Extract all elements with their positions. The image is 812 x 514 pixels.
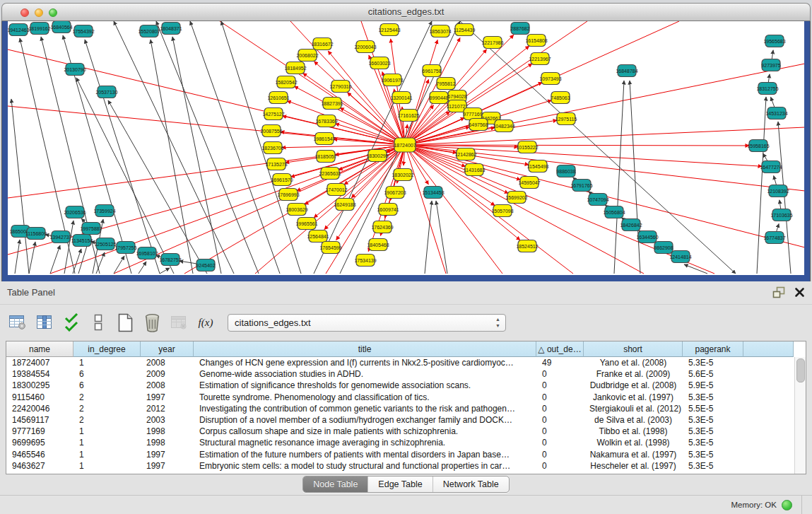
column-header-out_de[interactable]: △ out_de… xyxy=(536,341,584,357)
graph-node[interactable]: 22365631 xyxy=(319,168,341,180)
graph-node[interactable]: 18300295 xyxy=(366,150,388,162)
cell-name[interactable]: 14569117 xyxy=(6,415,73,425)
graph-node[interactable]: 18236706 xyxy=(261,142,283,154)
cell-in_degree[interactable]: 1 xyxy=(73,438,141,448)
float-panel-icon[interactable] xyxy=(772,286,786,298)
graph-node[interactable]: 18405468 xyxy=(367,239,389,251)
cell-name[interactable]: 19384554 xyxy=(6,369,73,379)
graph-node[interactable]: 11545498 xyxy=(527,160,549,173)
cell-title[interactable]: Tourette syndrome. Phenomenology and cla… xyxy=(194,392,536,402)
graph-node[interactable]: 12564841 xyxy=(307,230,329,243)
cell-name[interactable]: 18724007 xyxy=(6,358,73,368)
table-row[interactable]: 2242004622012Investigating the contribut… xyxy=(6,403,806,414)
graph-node[interactable]: 12125443 xyxy=(378,24,400,36)
cell-in_degree[interactable]: 2 xyxy=(73,404,141,414)
table-row[interactable]: 946554611997Estimation of the future num… xyxy=(6,449,806,460)
graph-hub-node[interactable]: 18724007 xyxy=(394,138,416,152)
network-canvas[interactable]: 1831667220068022181849521582054212610651… xyxy=(8,21,804,275)
graph-node[interactable]: 11156809 xyxy=(25,228,47,240)
graph-node[interactable]: 20537130 xyxy=(95,86,117,98)
cell-title[interactable]: Changes of HCN gene expression and I(f) … xyxy=(194,358,536,368)
graph-node[interactable]: 15958165 xyxy=(747,140,769,152)
cell-in_degree[interactable]: 1 xyxy=(73,461,141,471)
cell-pagerank[interactable]: 5.3E-5 xyxy=(683,358,743,368)
graph-node[interactable]: 17696993 xyxy=(277,189,299,201)
graph-node[interactable]: 9245402 xyxy=(196,259,215,271)
cell-year[interactable]: 2003 xyxy=(141,415,194,425)
graph-node[interactable]: 17161625 xyxy=(397,110,419,122)
table-row[interactable]: 1938455462009Genome-wide association stu… xyxy=(6,368,806,380)
graph-node[interactable]: 12610651 xyxy=(267,92,289,104)
graph-node[interactable]: 16958107 xyxy=(136,247,158,259)
graph-node[interactable]: 15520807 xyxy=(138,25,160,37)
show-columns-button[interactable] xyxy=(34,312,55,333)
graph-node[interactable]: 8990448 xyxy=(429,92,448,104)
column-header-year[interactable]: year xyxy=(141,341,194,357)
graph-node[interactable]: 13200141 xyxy=(390,92,412,104)
table-row[interactable]: 969969511998Structural magnetic resonanc… xyxy=(6,437,806,448)
graph-node[interactable]: 18199162 xyxy=(28,23,50,35)
graph-node[interactable]: 16840564 xyxy=(50,21,72,33)
column-header-title[interactable]: title xyxy=(194,341,536,357)
graph-node[interactable]: 9862908 xyxy=(654,242,673,254)
graph-node[interactable]: 17554392 xyxy=(72,25,94,37)
cell-title[interactable]: Investigating the contribution of common… xyxy=(194,404,536,414)
graph-node[interactable]: 12217986 xyxy=(481,37,503,49)
graph-node[interactable]: 17624369 xyxy=(371,221,393,233)
graph-node[interactable]: 15820542 xyxy=(275,76,297,88)
table-row[interactable]: 911546021997Tourette syndrome. Phenomeno… xyxy=(6,392,806,403)
cell-pagerank[interactable]: 5.3E-5 xyxy=(683,415,743,425)
graph-node[interactable]: 16791765 xyxy=(570,180,592,192)
graph-node[interactable]: 16603023 xyxy=(368,57,390,69)
scrollbar-thumb[interactable] xyxy=(796,358,805,382)
graph-node[interactable]: 11254439 xyxy=(454,24,476,36)
graph-node[interactable]: 17534139 xyxy=(354,255,376,267)
column-header-short[interactable]: short xyxy=(584,341,683,357)
cell-pagerank[interactable]: 5.6E-5 xyxy=(683,369,743,379)
graph-node[interactable]: 10482344 xyxy=(493,120,514,132)
cell-pagerank[interactable]: 5.5E-5 xyxy=(683,404,743,414)
graph-node[interactable]: 10747094 xyxy=(587,194,608,206)
cell-out_de[interactable]: 0 xyxy=(536,392,584,402)
graph-node[interactable]: 6497568 xyxy=(469,119,488,131)
graph-node[interactable]: 16154808 xyxy=(525,35,547,47)
graph-node[interactable]: 20068022 xyxy=(296,49,318,62)
graph-node[interactable]: 2887682 xyxy=(510,23,529,35)
column-header-pagerank[interactable]: pagerank xyxy=(683,341,743,357)
cell-short[interactable]: Yano et al. (2008) xyxy=(584,358,683,368)
graph-node[interactable]: 16783369 xyxy=(315,115,337,127)
cell-year[interactable]: 2008 xyxy=(141,380,194,390)
graph-node[interactable]: 18827391 xyxy=(321,98,343,110)
graph-node[interactable]: 18312755 xyxy=(756,83,778,95)
graph-node[interactable]: 18302022 xyxy=(392,169,413,181)
cell-out_de[interactable]: 0 xyxy=(536,438,584,448)
cell-name[interactable]: 22420046 xyxy=(6,404,73,414)
graph-node[interactable]: 15056804 xyxy=(603,206,625,218)
cell-out_de[interactable]: 0 xyxy=(536,426,584,436)
cell-short[interactable]: Hescheler et al. (1997) xyxy=(584,461,683,471)
cell-name[interactable]: 9465546 xyxy=(6,450,73,460)
tab-network-table[interactable]: Network Table xyxy=(433,477,509,492)
cell-in_degree[interactable]: 1 xyxy=(73,450,141,460)
cell-year[interactable]: 1998 xyxy=(141,438,194,448)
graph-node[interactable]: 12213967 xyxy=(529,53,551,65)
cell-in_degree[interactable]: 1 xyxy=(73,426,141,436)
cell-name[interactable]: 18300295 xyxy=(6,380,73,390)
graph-node[interactable]: 16249188 xyxy=(334,199,355,211)
cell-pagerank[interactable]: 5.3E-5 xyxy=(683,461,743,471)
graph-node[interactable]: 10973493 xyxy=(539,73,561,85)
delete-table-button[interactable] xyxy=(168,312,189,333)
cell-short[interactable]: Jankovic et al. (1997) xyxy=(584,392,683,402)
close-panel-icon[interactable] xyxy=(794,287,805,298)
cell-year[interactable]: 2008 xyxy=(141,358,194,368)
cell-year[interactable]: 1998 xyxy=(141,426,194,436)
cell-pagerank[interactable]: 5.3E-5 xyxy=(683,392,743,402)
cell-title[interactable]: Embryonic stem cells: a model to study s… xyxy=(194,461,536,471)
tab-edge-table[interactable]: Edge Table xyxy=(367,477,432,492)
graph-node[interactable]: 9273975 xyxy=(761,59,780,71)
cell-title[interactable]: Structural magnetic resonance image aver… xyxy=(194,438,536,448)
graph-node[interactable]: 16009741 xyxy=(377,204,399,216)
cell-in_degree[interactable]: 6 xyxy=(73,380,141,390)
graph-node[interactable]: 18563074 xyxy=(429,25,451,37)
table-vertical-scrollbar[interactable] xyxy=(794,357,806,474)
